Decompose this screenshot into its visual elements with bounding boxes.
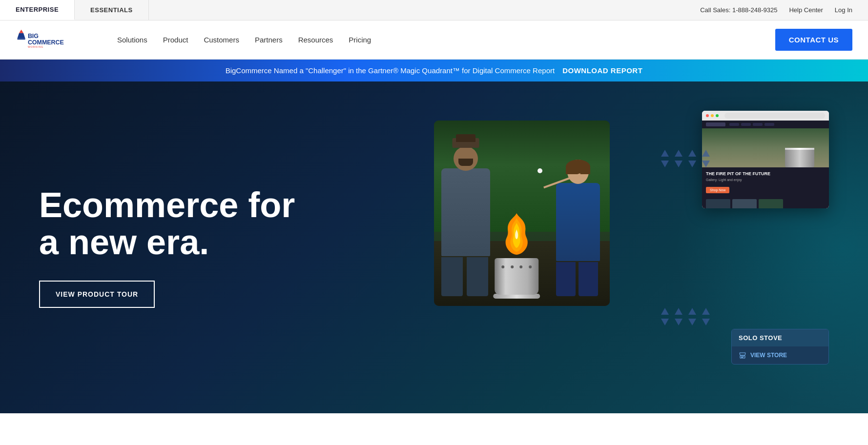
tri-b-1 [661, 308, 669, 315]
tri-b-2 [675, 308, 682, 315]
triangle-4 [702, 150, 710, 157]
hero-headline: Ecommerce for a new era. [39, 187, 434, 261]
svg-rect-2 [18, 38, 25, 40]
decorative-triangles-bottom [661, 308, 712, 325]
screenshot-fire-pit [785, 148, 814, 167]
call-sales-label: Call Sales: 1-888-248-9325 [700, 6, 777, 14]
tri-b-8 [702, 319, 710, 325]
svg-text:WORKING: WORKING [28, 45, 43, 48]
tri-b-5 [661, 319, 669, 325]
tab-essentials[interactable]: ESSENTIALS [75, 0, 149, 20]
triangle-1 [661, 150, 669, 157]
triangle-8 [702, 161, 710, 167]
hero-main-image [434, 121, 610, 306]
banner-text: BigCommerce Named a "Challenger" in the … [226, 66, 555, 75]
solo-stove-card[interactable]: SOLO STOVE VIEW STORE [731, 329, 829, 364]
thumbnail-2 [732, 199, 757, 208]
decorative-triangles-top [661, 150, 712, 167]
svg-marker-0 [18, 33, 25, 38]
view-store-label[interactable]: VIEW STORE [750, 352, 787, 359]
login-link[interactable]: Log In [835, 6, 852, 14]
nav-pricing[interactable]: Pricing [349, 36, 371, 44]
screenshot-cta: Shop Now [706, 187, 729, 193]
nav-partners[interactable]: Partners [255, 36, 283, 44]
main-nav: BIG COMMERCE WORKING Solutions Product C… [0, 20, 868, 60]
website-screenshot: THE FIRE PIT OF THE FUTURE Gallery: Ligh… [702, 111, 829, 208]
triangle-5 [661, 161, 669, 167]
hero-visuals: THE FIRE PIT OF THE FUTURE Gallery: Ligh… [434, 111, 829, 384]
nav-resources[interactable]: Resources [298, 36, 333, 44]
triangle-3 [688, 150, 696, 157]
screenshot-thumbnails [702, 197, 829, 208]
screenshot-subtext: Gallery: Light and enjoy [706, 178, 825, 182]
screenshot-body: THE FIRE PIT OF THE FUTURE Gallery: Ligh… [702, 121, 829, 208]
logo: BIG COMMERCE WORKING [16, 29, 94, 51]
screenshot-hero-img [702, 128, 829, 167]
nav-links: Solutions Product Customers Partners Res… [117, 36, 775, 44]
contact-button[interactable]: CONTACT US [775, 29, 852, 51]
tri-b-6 [675, 319, 682, 325]
card-brand: SOLO STOVE [739, 334, 822, 342]
headline-line1: Ecommerce for [39, 185, 295, 224]
logo-area[interactable]: BIG COMMERCE WORKING [16, 29, 94, 51]
hero-section: Ecommerce for a new era. VIEW PRODUCT TO… [0, 81, 868, 413]
card-header: SOLO STOVE [732, 329, 828, 346]
dot-red [706, 114, 709, 117]
help-center-link[interactable]: Help Center [789, 6, 823, 14]
download-report-link[interactable]: DOWNLOAD REPORT [562, 66, 642, 75]
screenshot-text-block: THE FIRE PIT OF THE FUTURE Gallery: Ligh… [702, 167, 829, 197]
flame-svg [497, 211, 536, 260]
triangle-7 [688, 161, 696, 167]
top-bar-right: Call Sales: 1-888-248-9325 Help Center L… [700, 0, 868, 20]
store-icon [739, 351, 746, 359]
announcement-banner: BigCommerce Named a "Challenger" in the … [0, 60, 868, 81]
nav-customers[interactable]: Customers [204, 36, 239, 44]
nav-solutions[interactable]: Solutions [117, 36, 147, 44]
product-tour-button[interactable]: VIEW PRODUCT TOUR [39, 281, 155, 308]
headline-line2: a new era. [39, 222, 209, 262]
tri-b-7 [688, 319, 696, 325]
screenshot-headline: THE FIRE PIT OF THE FUTURE [706, 171, 825, 176]
fire-scene [434, 121, 610, 306]
triangle-2 [675, 150, 682, 157]
thumbnail-3 [759, 199, 783, 208]
card-body: VIEW STORE [732, 346, 828, 364]
screenshot-header [702, 111, 829, 121]
hero-content: Ecommerce for a new era. VIEW PRODUCT TO… [39, 187, 434, 307]
dot-green [716, 114, 719, 117]
tri-b-3 [688, 308, 696, 315]
top-bar: ENTERPRISE ESSENTIALS Call Sales: 1-888-… [0, 0, 868, 20]
svg-text:COMMERCE: COMMERCE [28, 39, 64, 45]
svg-marker-1 [19, 29, 23, 33]
dot-yellow [711, 114, 714, 117]
thumbnail-1 [706, 199, 730, 208]
tab-enterprise[interactable]: ENTERPRISE [0, 0, 75, 20]
nav-product[interactable]: Product [163, 36, 188, 44]
triangle-6 [675, 161, 682, 167]
tri-b-4 [702, 308, 710, 315]
